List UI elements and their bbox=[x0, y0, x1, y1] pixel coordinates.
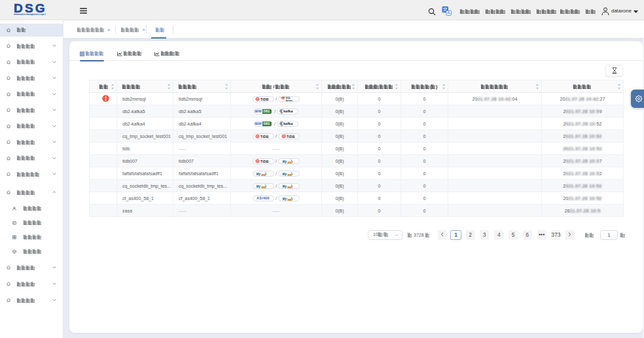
svg-text:SQL: SQL bbox=[287, 186, 292, 188]
svg-text:TiDB: TiDB bbox=[260, 134, 269, 138]
svg-text:SQL: SQL bbox=[287, 173, 292, 176]
svg-text:TiDB: TiDB bbox=[260, 97, 269, 101]
svg-text:TiDB: TiDB bbox=[287, 134, 295, 138]
svg-text:SQL: SQL bbox=[261, 173, 266, 176]
svg-text:SQL: SQL bbox=[287, 198, 292, 201]
svg-text:My: My bbox=[257, 185, 261, 188]
svg-text:My: My bbox=[257, 173, 261, 176]
svg-text:My: My bbox=[282, 173, 287, 176]
svg-text:SQL: SQL bbox=[261, 186, 266, 188]
svg-text:kafka: kafka bbox=[283, 122, 293, 126]
svg-text:My: My bbox=[282, 160, 287, 163]
svg-text:kafka: kafka bbox=[283, 109, 293, 113]
svg-text:TiDB: TiDB bbox=[260, 159, 269, 163]
svg-text:My: My bbox=[282, 197, 287, 201]
svg-text:Server: Server bbox=[285, 99, 293, 101]
svg-text:My: My bbox=[282, 185, 287, 188]
svg-text:SQL: SQL bbox=[287, 161, 292, 163]
